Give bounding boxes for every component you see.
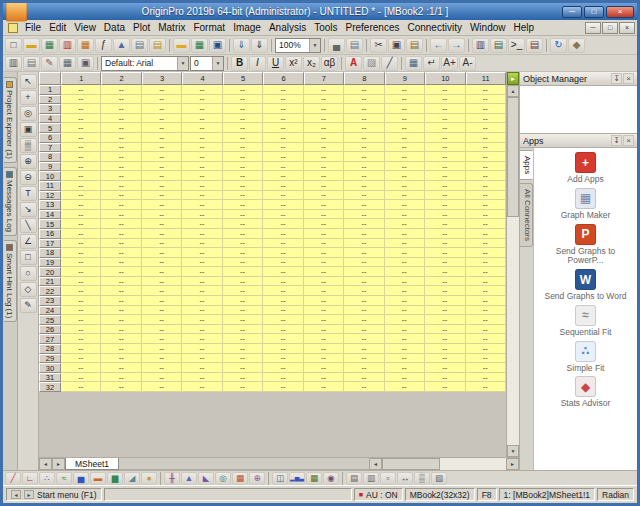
matrix-cell[interactable]: -- <box>182 181 222 191</box>
layer-properties-button[interactable]: ▦ <box>59 56 76 71</box>
matrix-cell[interactable]: -- <box>101 248 141 258</box>
matrix-cell[interactable]: -- <box>223 104 263 114</box>
matrix-cell[interactable]: -- <box>263 334 303 344</box>
row-header[interactable]: 8 <box>39 152 61 162</box>
matrix-cell[interactable]: -- <box>101 258 141 268</box>
matrix-cell[interactable]: -- <box>61 334 101 344</box>
matrix-cell[interactable]: -- <box>466 286 506 296</box>
matrix-cell[interactable]: -- <box>61 296 101 306</box>
matrix-cell[interactable]: -- <box>385 258 425 268</box>
row-header[interactable]: 14 <box>39 210 61 220</box>
matrix-cell[interactable]: -- <box>304 133 344 143</box>
matrix-cell[interactable]: -- <box>182 152 222 162</box>
matrix-cell[interactable]: -- <box>466 344 506 354</box>
matrix-cell[interactable]: -- <box>304 104 344 114</box>
polygon-tool[interactable]: ◇ <box>20 282 37 297</box>
matrix-cell[interactable]: -- <box>425 171 465 181</box>
matrix-cell[interactable]: -- <box>304 162 344 172</box>
horizontal-scrollbar-track[interactable] <box>440 458 506 470</box>
matrix-cell[interactable]: -- <box>304 95 344 105</box>
matrix-cell[interactable]: -- <box>182 133 222 143</box>
matrix-cell[interactable]: -- <box>142 363 182 373</box>
matrix-cell[interactable]: -- <box>425 191 465 201</box>
matrix-cell[interactable]: -- <box>304 315 344 325</box>
status-back-button[interactable]: ◄ <box>11 490 21 499</box>
matrix-cell[interactable]: -- <box>385 373 425 383</box>
matrix-cell[interactable]: -- <box>466 382 506 392</box>
matrix-cell[interactable]: -- <box>182 171 222 181</box>
app-send-graphs-to-powerpoint[interactable]: PSend Graphs to PowerP... <box>538 224 634 267</box>
matrix-cell[interactable]: -- <box>182 296 222 306</box>
row-header[interactable]: 32 <box>39 382 61 392</box>
matrix-cell[interactable]: -- <box>344 258 384 268</box>
vertical-scrollbar-track[interactable] <box>507 217 519 445</box>
matrix-cell[interactable]: -- <box>61 229 101 239</box>
chevron-down-icon[interactable]: ▼ <box>177 57 188 70</box>
menu-data[interactable]: Data <box>100 21 129 34</box>
matrix-cell[interactable]: -- <box>142 162 182 172</box>
menu-plot[interactable]: Plot <box>129 21 154 34</box>
matrix-cell[interactable]: -- <box>263 181 303 191</box>
matrix-cell[interactable]: -- <box>466 325 506 335</box>
matrix-cell[interactable]: -- <box>101 104 141 114</box>
matrix-cell[interactable]: -- <box>344 210 384 220</box>
matrix-cell[interactable]: -- <box>466 133 506 143</box>
status-forward-button[interactable]: ► <box>24 490 34 499</box>
refresh-button[interactable]: ↻ <box>550 38 567 53</box>
matrix-cell[interactable]: -- <box>61 286 101 296</box>
matrix-cell[interactable]: -- <box>466 296 506 306</box>
matrix-cell[interactable]: -- <box>101 334 141 344</box>
matrix-cell[interactable]: -- <box>466 162 506 172</box>
row-header[interactable]: 7 <box>39 143 61 153</box>
row-header[interactable]: 22 <box>39 286 61 296</box>
matrix-cell[interactable]: -- <box>344 191 384 201</box>
matrix-cell[interactable]: -- <box>142 267 182 277</box>
line-color-button[interactable]: ╱ <box>381 56 398 71</box>
matrix-cell[interactable]: -- <box>142 229 182 239</box>
matrix-cell[interactable]: -- <box>223 277 263 287</box>
matrix-cell[interactable]: -- <box>466 363 506 373</box>
app-add-apps[interactable]: +Add Apps <box>538 152 634 185</box>
new-function-plot-button[interactable]: ƒ <box>95 38 112 53</box>
matrix-cell[interactable]: -- <box>61 95 101 105</box>
matrix-cell[interactable]: -- <box>263 104 303 114</box>
matrix-cell[interactable]: -- <box>425 277 465 287</box>
import-wizard-button[interactable]: ⇓ <box>233 38 250 53</box>
import-ascii-button[interactable]: ⇓ <box>251 38 268 53</box>
new-notes-button[interactable]: ▤ <box>149 38 166 53</box>
matrix-cell[interactable]: -- <box>344 286 384 296</box>
matrix-cell[interactable]: -- <box>425 363 465 373</box>
matrix-cell[interactable]: -- <box>142 248 182 258</box>
sheet-tab-msheet1[interactable]: MSheet1 <box>65 458 119 470</box>
matrix-cell[interactable]: -- <box>425 181 465 191</box>
scatter-matrix-button[interactable]: ▦ <box>306 472 322 485</box>
matrix-cell[interactable]: -- <box>425 325 465 335</box>
matrix-cell[interactable]: -- <box>466 85 506 95</box>
matrix-cell[interactable]: -- <box>223 239 263 249</box>
matrix-cell[interactable]: -- <box>425 296 465 306</box>
matrix-cell[interactable]: -- <box>263 363 303 373</box>
decrease-font-button[interactable]: A- <box>459 56 476 71</box>
bar-chart-button[interactable]: ▬ <box>90 472 106 485</box>
row-header[interactable]: 13 <box>39 200 61 210</box>
matrix-cell[interactable]: -- <box>466 143 506 153</box>
column-header[interactable]: 2 <box>101 72 141 85</box>
matrix-cell[interactable]: -- <box>182 191 222 201</box>
matrix-cell[interactable]: -- <box>101 344 141 354</box>
matrix-cell[interactable]: -- <box>223 315 263 325</box>
column-header[interactable]: 3 <box>142 72 182 85</box>
matrix-cell[interactable]: -- <box>304 181 344 191</box>
matrix-cell[interactable]: -- <box>223 85 263 95</box>
sheet-nav-left-button[interactable]: ◄ <box>39 458 52 470</box>
matrix-cell[interactable]: -- <box>466 306 506 316</box>
matrix-cell[interactable]: -- <box>304 354 344 364</box>
matrix-cell[interactable]: -- <box>182 267 222 277</box>
matrix-cell[interactable]: -- <box>182 210 222 220</box>
matrix-cell[interactable]: -- <box>385 200 425 210</box>
matrix-cell[interactable]: -- <box>182 258 222 268</box>
matrix-cell[interactable]: -- <box>182 363 222 373</box>
matrix-cell[interactable]: -- <box>101 373 141 383</box>
command-window-button[interactable]: >_ <box>508 38 525 53</box>
mdi-restore-button[interactable]: □ <box>602 22 618 34</box>
menu-format[interactable]: Format <box>189 21 229 34</box>
